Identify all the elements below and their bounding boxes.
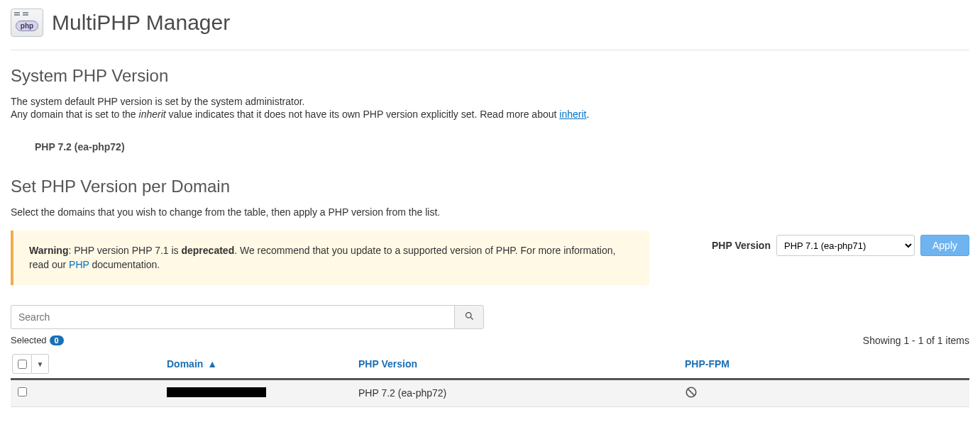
php-version-picker: PHP Version PHP 7.1 (ea-php71) Apply (712, 231, 969, 256)
svg-point-0 (466, 312, 471, 318)
warning-label: Warning (29, 245, 68, 256)
system-current-version: PHP 7.2 (ea-php72) (35, 141, 969, 152)
caret-down-icon: ▼ (37, 360, 44, 368)
sort-asc-icon: ▲ (207, 358, 217, 370)
selected-count-badge: 0 (50, 336, 64, 345)
select-all-checkbox[interactable] (18, 360, 27, 369)
cell-php-fpm (685, 386, 969, 401)
system-desc-line2-prefix: Any domain that is set to the (11, 109, 139, 120)
cell-domain (53, 387, 358, 399)
table-header: ▼ Domain ▲ PHP Version PHP-FPM (11, 350, 969, 380)
selected-label: Selected (11, 335, 47, 345)
domain-redacted (167, 387, 266, 397)
search-group (11, 305, 484, 329)
column-header-php-fpm[interactable]: PHP-FPM (685, 358, 730, 370)
warning-text-end: documentation. (89, 259, 160, 270)
deprecation-warning: Warning: PHP version PHP 7.1 is deprecat… (11, 231, 649, 285)
php-docs-link[interactable]: PHP (69, 259, 89, 270)
php-version-select[interactable]: PHP 7.1 (ea-php71) (776, 235, 915, 256)
search-icon (464, 311, 475, 323)
svg-line-3 (688, 389, 695, 396)
set-version-heading: Set PHP Version per Domain (11, 177, 969, 196)
php-version-label: PHP Version (712, 240, 771, 251)
search-button[interactable] (454, 305, 484, 329)
system-desc-line1: The system default PHP version is set by… (11, 96, 969, 107)
table-row: PHP 7.2 (ea-php72) (11, 380, 969, 407)
apply-button[interactable]: Apply (920, 235, 969, 256)
php-pill-label: php (16, 21, 38, 31)
warning-deprecated: deprecated (181, 245, 234, 256)
system-desc-line2-suffix: . (586, 109, 589, 120)
svg-line-1 (470, 317, 473, 319)
warning-text-prefix: : PHP version PHP 7.1 is (68, 245, 181, 256)
system-desc-line2: Any domain that is set to the inherit va… (11, 109, 969, 120)
system-version-heading: System PHP Version (11, 66, 969, 86)
pagination-summary: Showing 1 - 1 of 1 items (863, 335, 969, 346)
select-all-dropdown[interactable]: ▼ (32, 354, 49, 374)
php-window-icon: php (11, 9, 43, 37)
inherit-italic: inherit (139, 109, 166, 120)
inherit-link[interactable]: inherit (559, 109, 586, 120)
column-header-domain-text: Domain (167, 358, 203, 370)
ban-icon (685, 389, 698, 401)
column-header-php-version[interactable]: PHP Version (358, 358, 417, 370)
set-version-intro: Select the domains that you wish to chan… (11, 206, 969, 218)
row-checkbox[interactable] (18, 387, 27, 396)
page-header: php MultiPHP Manager (11, 0, 969, 50)
column-header-domain[interactable]: Domain ▲ (167, 358, 217, 370)
search-input[interactable] (11, 305, 454, 329)
select-all-checkbox-wrapper[interactable] (12, 354, 32, 374)
cell-php-version: PHP 7.2 (ea-php72) (358, 387, 685, 399)
page-title: MultiPHP Manager (52, 11, 230, 35)
system-desc-line2-middle: value indicates that it does not have it… (166, 109, 560, 120)
